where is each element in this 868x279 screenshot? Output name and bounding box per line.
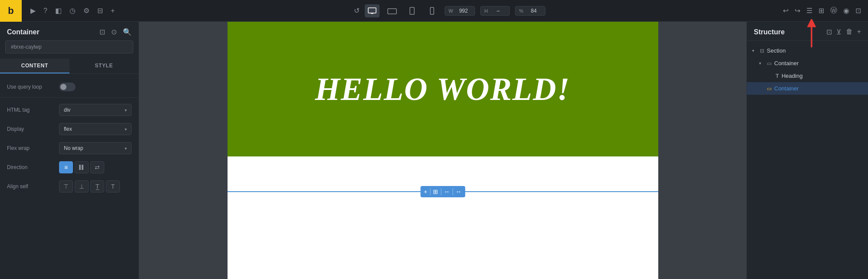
svg-rect-4 [410, 7, 414, 14]
direction-label: Direction [7, 164, 55, 170]
heading-label: Heading [782, 73, 802, 79]
direction-buttons: ≡ ⇄ [59, 161, 132, 173]
section-icon: ⊟ [760, 48, 764, 54]
flex-wrap-label: Flex wrap [7, 145, 55, 151]
download-icon[interactable]: ⊻ [836, 28, 842, 36]
direction-col-btn[interactable] [75, 161, 89, 173]
cursor-icon[interactable]: ▶ [30, 7, 36, 15]
flex-wrap-text: No wrap [64, 145, 83, 151]
refresh-icon[interactable]: ↺ [354, 7, 360, 15]
direction-row-btn[interactable]: ≡ [59, 161, 73, 173]
tree-item-heading[interactable]: T Heading [747, 70, 868, 82]
add-element-icon[interactable]: + [424, 188, 427, 195]
preview-icon[interactable]: ◉ [843, 7, 849, 15]
direction-row: Direction ≡ ⇄ [0, 158, 139, 177]
tablet-landscape-btn[interactable] [385, 4, 399, 17]
tab-style[interactable]: STYLE [69, 59, 139, 73]
display-select[interactable]: flex ▾ [59, 123, 132, 135]
tree-item-container-1[interactable]: ▾ ▭ Container [747, 57, 868, 70]
toolbar-left-tools: ▶ ? ◧ ◷ ⚙ ⊟ + [22, 7, 123, 15]
width-label: W [449, 8, 453, 13]
undo-icon[interactable]: ↩ [783, 7, 789, 15]
resize-icon[interactable]: ↔ [455, 188, 462, 195]
drag-h-icon[interactable]: ↔ [444, 188, 450, 195]
tab-row: CONTENT STYLE [0, 59, 139, 74]
canvas-frame: HELLO WORLD! + ⊞ ↔ ↔ [228, 22, 658, 279]
canvas-area: HELLO WORLD! + ⊞ ↔ ↔ [139, 22, 746, 279]
history-icon[interactable]: ◷ [69, 7, 76, 15]
svg-rect-7 [79, 165, 81, 170]
hamburger-icon[interactable]: ☰ [806, 7, 812, 15]
display-text: flex [64, 126, 72, 132]
toolbar-divider-1 [430, 188, 430, 195]
panel-magnify-icon[interactable]: 🔍 [123, 28, 132, 36]
flex-wrap-select[interactable]: No wrap ▾ [59, 142, 132, 154]
align-stretch-btn[interactable]: T [106, 180, 120, 193]
main-layout: Container ⊡ ⊙ 🔍 #brxe-caylwp CONTENT STY… [0, 22, 868, 279]
section-label: Section [767, 47, 785, 54]
divider-1 [0, 97, 139, 98]
add-icon[interactable]: + [111, 7, 115, 15]
display-value: flex ▾ [59, 123, 132, 135]
width-input[interactable] [455, 8, 471, 14]
panel-layout-icon[interactable]: ⊡ [99, 28, 105, 36]
columns-icon[interactable]: ⊞ [433, 188, 438, 195]
redo-icon[interactable]: ↪ [795, 7, 800, 15]
tree-item-section[interactable]: ▾ ⊟ Section [747, 44, 868, 57]
align-self-label: Align self [7, 183, 55, 189]
align-end-btn[interactable]: T̲ [90, 180, 104, 193]
html-tag-label: HTML tag [7, 107, 55, 113]
container-icon-1: ▭ [767, 60, 772, 66]
svg-rect-0 [368, 8, 376, 13]
tree-item-container-2[interactable]: ▭ Container [747, 82, 868, 95]
query-loop-toggle-wrap [59, 83, 132, 91]
help-icon[interactable]: ? [43, 7, 47, 15]
html-tag-select[interactable]: div ▾ [59, 104, 132, 116]
toolbar-center: ↺ W H % [123, 4, 776, 17]
exit-icon[interactable]: ⊡ [855, 7, 861, 15]
container-icon-2: ▭ [767, 86, 772, 92]
align-start-btn[interactable]: ⊤ [59, 180, 73, 193]
tab-content[interactable]: CONTENT [0, 59, 69, 73]
save-icon[interactable]: ⊞ [818, 7, 824, 15]
delete-icon[interactable]: 🗑 [846, 28, 853, 36]
panel-header: Container ⊡ ⊙ 🔍 [0, 22, 139, 40]
direction-reverse-btn[interactable]: ⇄ [90, 161, 104, 173]
panel-search-icon[interactable]: ⊙ [111, 28, 117, 36]
align-center-btn[interactable]: ⊥ [75, 180, 89, 193]
toolbar-divider-3 [452, 188, 453, 195]
query-loop-toggle[interactable] [59, 83, 76, 91]
display-label: Display [7, 126, 55, 132]
add-structure-icon[interactable]: + [857, 28, 861, 36]
toolbar-divider-2 [441, 188, 441, 195]
tablet-portrait-btn[interactable] [405, 4, 419, 17]
settings-icon[interactable]: ⚙ [83, 7, 89, 15]
template-icon[interactable]: ◧ [55, 7, 62, 15]
right-panel-title: Structure [754, 28, 785, 36]
query-loop-row: Use query loop [0, 79, 139, 95]
right-panel: Structure ⊡ ⊻ 🗑 + ▾ ⊟ [746, 22, 868, 279]
desktop-device-btn[interactable] [365, 4, 380, 17]
expand-icon-section: ▾ [752, 48, 757, 53]
zoom-field[interactable]: % [515, 6, 545, 16]
panel-header-icons: ⊡ ⊙ 🔍 [99, 28, 132, 36]
canvas-white-section[interactable]: + ⊞ ↔ ↔ [228, 156, 658, 279]
zoom-input[interactable] [526, 8, 541, 14]
code-icon[interactable]: ⊟ [97, 7, 103, 15]
hello-world-heading: HELLO WORLD! [315, 71, 571, 108]
logo[interactable]: b [0, 0, 22, 22]
height-input[interactable] [490, 8, 506, 14]
floating-toolbar: + ⊞ ↔ ↔ [420, 186, 465, 197]
toggle-knob [60, 84, 66, 90]
id-field[interactable]: #brxe-caylwp [5, 40, 133, 53]
align-self-row: Align self ⊤ ⊥ T̲ T [0, 177, 139, 196]
svg-rect-5 [430, 7, 434, 14]
right-panel-icons: ⊡ ⊻ 🗑 + [826, 28, 861, 36]
mobile-btn[interactable] [425, 4, 439, 17]
flex-wrap-chevron: ▾ [125, 146, 127, 151]
html-tag-row: HTML tag div ▾ [0, 100, 139, 120]
width-field[interactable]: W [445, 6, 475, 16]
wordpress-icon[interactable]: Ⓦ [830, 6, 837, 15]
container-1-label: Container [774, 60, 799, 66]
html-tag-text: div [64, 107, 70, 113]
